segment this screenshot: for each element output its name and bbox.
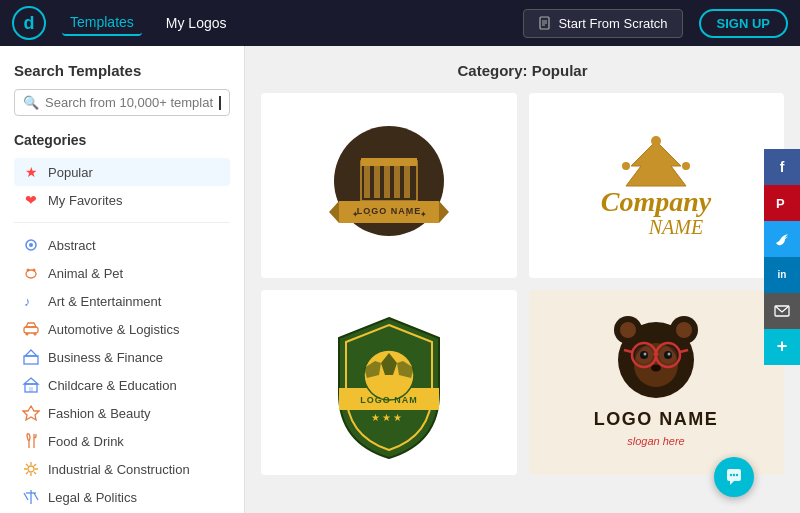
svg-marker-17 xyxy=(24,378,38,384)
svg-point-40 xyxy=(651,136,661,146)
svg-point-11 xyxy=(26,333,29,336)
nav-templates[interactable]: Templates xyxy=(62,10,142,36)
category-childcare[interactable]: Childcare & Education xyxy=(14,371,230,399)
category-art-label: Art & Entertainment xyxy=(48,294,161,309)
facebook-button[interactable]: f xyxy=(764,149,800,185)
category-favorites[interactable]: ❤ My Favorites xyxy=(14,186,230,214)
start-scratch-button[interactable]: Start From Scratch xyxy=(523,9,682,38)
text-cursor xyxy=(219,96,221,110)
category-abstract-label: Abstract xyxy=(48,238,96,253)
category-art-entertainment[interactable]: ♪ Art & Entertainment xyxy=(14,287,230,315)
svg-rect-30 xyxy=(384,166,390,198)
category-label: Category: Popular xyxy=(261,62,784,79)
svg-rect-32 xyxy=(404,166,410,198)
svg-point-69 xyxy=(644,353,647,356)
category-legal-label: Legal & Politics xyxy=(48,490,137,505)
twitter-button[interactable] xyxy=(764,221,800,257)
twitter-icon xyxy=(774,231,790,247)
chat-icon xyxy=(724,467,744,487)
linkedin-label: in xyxy=(778,269,787,280)
svg-text:★: ★ xyxy=(382,412,391,423)
template-card-classic[interactable]: ✦ ✦ • • LOGO NAME xyxy=(261,93,517,278)
category-business-label: Business & Finance xyxy=(48,350,163,365)
svg-marker-39 xyxy=(626,141,686,186)
svg-text:★: ★ xyxy=(393,412,402,423)
bear-logo-svg: LOGO NAME slogan here xyxy=(566,290,746,475)
template-card-soccer[interactable]: LOGO NAM ★ ★ ★ xyxy=(261,290,517,475)
legal-icon xyxy=(22,488,40,506)
heart-icon: ❤ xyxy=(22,191,40,209)
svg-point-8 xyxy=(33,269,36,272)
nav-mylogos[interactable]: My Logos xyxy=(158,11,235,35)
svg-marker-19 xyxy=(23,406,39,420)
star-icon: ★ xyxy=(22,163,40,181)
template-card-bear[interactable]: LOGO NAME slogan here xyxy=(529,290,785,475)
svg-rect-31 xyxy=(394,166,400,198)
crown-logo-svg: Company NAME xyxy=(576,106,736,266)
svg-point-12 xyxy=(34,333,37,336)
email-icon xyxy=(774,303,790,319)
svg-text:★: ★ xyxy=(371,412,380,423)
svg-text:slogan here: slogan here xyxy=(628,435,686,447)
classic-logo-svg: ✦ ✦ • • LOGO NAME xyxy=(309,106,469,266)
main-layout: Search Templates 🔍 Categories ★ Popular … xyxy=(0,46,800,513)
animal-icon xyxy=(22,264,40,282)
automotive-icon xyxy=(22,320,40,338)
category-animal-pet-label: Animal & Pet xyxy=(48,266,123,281)
category-food-label: Food & Drink xyxy=(48,434,124,449)
sidebar: Search Templates 🔍 Categories ★ Popular … xyxy=(0,46,245,513)
header: d Templates My Logos Start From Scratch … xyxy=(0,0,800,46)
svg-point-41 xyxy=(622,162,630,170)
svg-text:♪: ♪ xyxy=(24,294,31,309)
svg-rect-29 xyxy=(374,166,380,198)
svg-point-58 xyxy=(676,322,692,338)
chat-button[interactable] xyxy=(714,457,754,497)
category-popular[interactable]: ★ Popular xyxy=(14,158,230,186)
category-favorites-label: My Favorites xyxy=(48,193,122,208)
svg-point-78 xyxy=(736,474,738,476)
svg-point-77 xyxy=(733,474,735,476)
content-area: Category: Popular xyxy=(245,46,800,513)
svg-point-42 xyxy=(682,162,690,170)
svg-point-70 xyxy=(668,353,671,356)
pinterest-button[interactable]: P xyxy=(764,185,800,221)
signup-button[interactable]: SIGN UP xyxy=(699,9,788,38)
art-icon: ♪ xyxy=(22,292,40,310)
email-button[interactable] xyxy=(764,293,800,329)
templates-grid: ✦ ✦ • • LOGO NAME Comp xyxy=(261,93,784,475)
pinterest-icon: P xyxy=(774,195,790,211)
svg-marker-15 xyxy=(25,350,37,356)
abstract-icon xyxy=(22,236,40,254)
app-logo[interactable]: d xyxy=(12,6,46,40)
search-icon: 🔍 xyxy=(23,95,39,110)
category-automotive[interactable]: Automotive & Logistics xyxy=(14,315,230,343)
category-abstract[interactable]: Abstract xyxy=(14,231,230,259)
category-industrial-label: Industrial & Construction xyxy=(48,462,190,477)
svg-rect-33 xyxy=(361,158,417,166)
category-name: Popular xyxy=(532,62,588,79)
svg-point-20 xyxy=(28,466,34,472)
category-legal[interactable]: Legal & Politics xyxy=(14,483,230,511)
svg-text:Company: Company xyxy=(601,186,712,217)
category-fashion[interactable]: Fashion & Beauty xyxy=(14,399,230,427)
search-input[interactable] xyxy=(45,95,213,110)
category-industrial[interactable]: Industrial & Construction xyxy=(14,455,230,483)
category-business-finance[interactable]: Business & Finance xyxy=(14,343,230,371)
template-card-crown[interactable]: Company NAME xyxy=(529,93,785,278)
category-childcare-label: Childcare & Education xyxy=(48,378,177,393)
social-bar: f P in + xyxy=(764,149,800,365)
svg-marker-25 xyxy=(329,201,339,223)
search-box[interactable]: 🔍 xyxy=(14,89,230,116)
category-food-drink[interactable]: Food & Drink xyxy=(14,427,230,455)
food-icon xyxy=(22,432,40,450)
category-popular-label: Popular xyxy=(48,165,93,180)
categories-title: Categories xyxy=(14,132,230,148)
svg-marker-13 xyxy=(26,323,36,327)
linkedin-button[interactable]: in xyxy=(764,257,800,293)
category-animal-pet[interactable]: Animal & Pet xyxy=(14,259,230,287)
soccer-logo-svg: LOGO NAM ★ ★ ★ xyxy=(309,303,469,463)
childcare-icon xyxy=(22,376,40,394)
svg-point-5 xyxy=(29,243,33,247)
industrial-icon xyxy=(22,460,40,478)
more-button[interactable]: + xyxy=(764,329,800,365)
